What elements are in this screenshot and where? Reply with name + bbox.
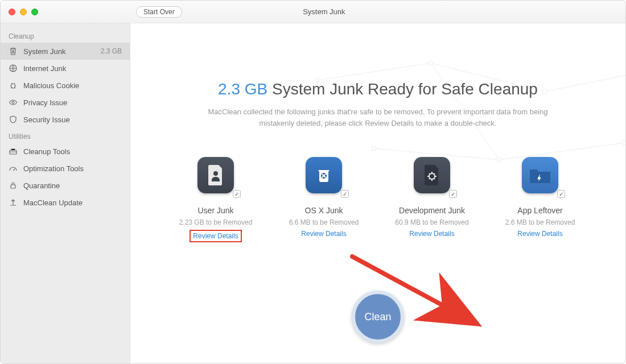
card-development-junk: ✓ Development Junk 60.9 MB to be Removed… xyxy=(381,157,483,242)
sidebar-item-malicious-cookie[interactable]: Malicious Cookie xyxy=(1,77,130,94)
bug-icon xyxy=(9,81,18,90)
zoom-icon[interactable] xyxy=(31,9,38,15)
sidebar-item-label: Privacy Issue xyxy=(23,98,122,107)
sidebar-item-label: Quarantine xyxy=(23,181,122,190)
category-cards: ✓ User Junk 2.23 GB to be Removed Review… xyxy=(164,157,591,242)
checkbox[interactable]: ✓ xyxy=(341,190,349,198)
subtext: MacClean collected the following junks t… xyxy=(201,106,554,129)
review-details-link[interactable]: Review Details xyxy=(409,230,454,238)
svg-rect-4 xyxy=(11,185,15,188)
sidebar-item-internet-junk[interactable]: Internet Junk xyxy=(1,60,130,77)
sidebar-item-cleanup-tools[interactable]: Cleanup Tools xyxy=(1,143,130,160)
sidebar-item-label: Malicious Cookie xyxy=(23,81,122,90)
sidebar-item-label: Security Issue xyxy=(23,115,122,124)
card-sub: 2.23 GB to be Removed xyxy=(179,218,253,226)
card-title: OS X Junk xyxy=(305,206,343,215)
headline: 2.3 GB System Junk Ready for Safe Cleanu… xyxy=(153,80,603,98)
main-content: 2.3 GB System Junk Ready for Safe Cleanu… xyxy=(130,23,625,363)
window-title: System Junk xyxy=(182,7,625,16)
card-sub: 60.9 MB to be Removed xyxy=(395,218,468,226)
svg-point-2 xyxy=(12,101,14,104)
sidebar-item-label: System Junk xyxy=(23,47,95,56)
sidebar-item-label: MacClean Update xyxy=(23,198,122,207)
clean-button[interactable]: Clean xyxy=(352,291,404,343)
headline-size: 2.3 GB xyxy=(218,80,267,98)
review-details-link[interactable]: Review Details xyxy=(190,230,241,242)
body: Cleanup System Junk 2.3 GB Internet Junk… xyxy=(1,23,625,363)
sidebar-section-cleanup: Cleanup xyxy=(1,28,130,43)
sidebar-item-label: Internet Junk xyxy=(23,64,122,73)
card-sub: 6.6 MB to be Removed xyxy=(289,218,359,226)
sidebar-item-label: Cleanup Tools xyxy=(23,147,122,156)
sidebar-item-system-junk[interactable]: System Junk 2.3 GB xyxy=(1,43,130,60)
sidebar-item-privacy-issue[interactable]: Privacy Issue xyxy=(1,94,130,111)
close-icon[interactable] xyxy=(9,9,15,15)
trash-icon xyxy=(9,47,18,56)
card-osx-junk: ✓ OS X Junk 6.6 MB to be Removed Review … xyxy=(273,157,375,242)
start-over-button[interactable]: Start Over xyxy=(136,6,182,18)
card-app-leftover: ✓ App Leftover 2.6 MB to be Removed Revi… xyxy=(489,157,591,242)
sidebar-item-badge: 2.3 GB xyxy=(101,47,122,55)
review-details-link[interactable]: Review Details xyxy=(301,230,346,238)
card-title: App Leftover xyxy=(517,206,562,215)
sidebar-item-macclean-update[interactable]: MacClean Update xyxy=(1,194,130,211)
svg-point-12 xyxy=(429,61,433,65)
svg-point-17 xyxy=(622,140,626,145)
review-details-link[interactable]: Review Details xyxy=(517,230,562,238)
svg-line-5 xyxy=(317,63,431,80)
sidebar-item-security-issue[interactable]: Security Issue xyxy=(1,111,130,128)
user-junk-icon: ✓ xyxy=(197,157,234,193)
toolbox-icon xyxy=(9,147,18,156)
dev-junk-icon: ✓ xyxy=(414,157,450,193)
update-icon xyxy=(9,198,18,207)
sidebar-section-utilities: Utilities xyxy=(1,128,130,143)
sidebar-item-optimization-tools[interactable]: Optimization Tools xyxy=(1,160,130,177)
headline-text: System Junk Ready for Safe Cleanup xyxy=(267,80,538,98)
globe-icon xyxy=(9,64,18,73)
checkbox[interactable]: ✓ xyxy=(233,190,241,198)
card-sub: 2.6 MB to be Removed xyxy=(505,218,575,226)
svg-point-15 xyxy=(372,146,376,151)
osx-junk-icon: ✓ xyxy=(306,157,342,193)
app-window: Start Over System Junk Cleanup System Ju… xyxy=(0,0,626,364)
app-leftover-icon: ✓ xyxy=(522,157,558,193)
checkbox[interactable]: ✓ xyxy=(449,190,457,198)
eye-icon xyxy=(9,98,18,107)
titlebar: Start Over System Junk xyxy=(1,1,625,23)
minimize-icon[interactable] xyxy=(20,9,27,15)
card-user-junk: ✓ User Junk 2.23 GB to be Removed Review… xyxy=(164,157,267,242)
sidebar-item-label: Optimization Tools xyxy=(23,164,122,173)
sidebar: Cleanup System Junk 2.3 GB Internet Junk… xyxy=(1,23,130,363)
traffic-lights xyxy=(1,9,130,15)
shield-icon xyxy=(9,115,18,124)
lock-icon xyxy=(9,181,18,190)
sidebar-item-quarantine[interactable]: Quarantine xyxy=(1,177,130,194)
checkbox[interactable]: ✓ xyxy=(557,190,565,198)
card-title: User Junk xyxy=(197,206,233,215)
gauge-icon xyxy=(9,164,18,173)
card-title: Development Junk xyxy=(399,206,465,215)
